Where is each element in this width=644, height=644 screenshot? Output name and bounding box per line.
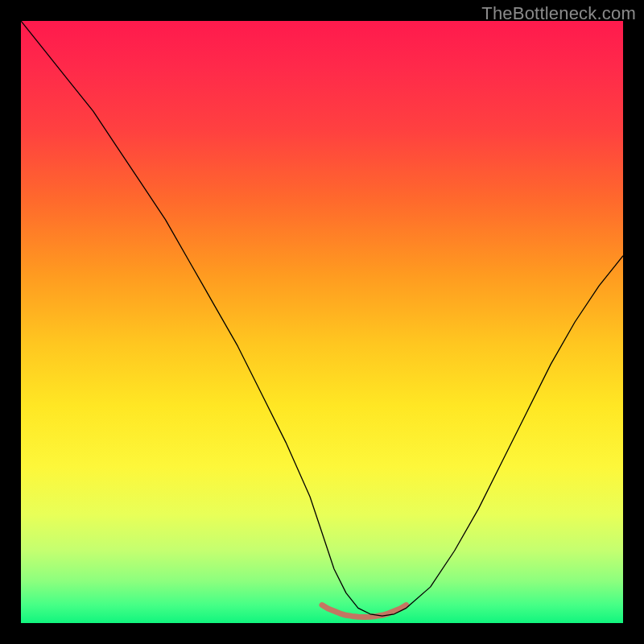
chart-canvas: TheBottleneck.com — [0, 0, 644, 644]
plot-area — [21, 21, 623, 623]
plot-svg — [21, 21, 623, 623]
chart-main-curve — [21, 21, 623, 616]
